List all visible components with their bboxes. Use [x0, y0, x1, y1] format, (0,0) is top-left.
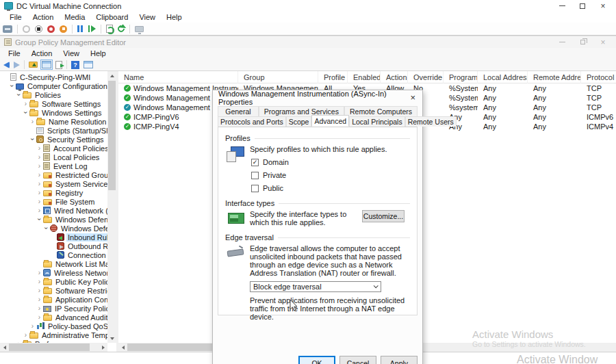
- collapsed-chevron-icon[interactable]: ›: [36, 171, 43, 179]
- cancel-button[interactable]: Cancel: [339, 356, 376, 364]
- collapsed-chevron-icon[interactable]: ›: [29, 322, 36, 330]
- tree-item-restricted-groups[interactable]: ›Restricted Groups: [0, 170, 107, 179]
- tree-item-file-system[interactable]: ›File System: [0, 197, 107, 206]
- tree-item-windows-defender[interactable]: ›Windows Defender: [0, 215, 107, 224]
- resume-icon[interactable]: [88, 25, 96, 32]
- tree-item-policies[interactable]: ›Policies: [0, 90, 107, 99]
- collapsed-chevron-icon[interactable]: ›: [36, 296, 43, 303]
- tab-local-principals[interactable]: Local Principals: [349, 116, 405, 127]
- apply-button[interactable]: Apply: [381, 356, 418, 364]
- column-header-enabled[interactable]: Enabled: [348, 71, 381, 83]
- collapsed-chevron-icon[interactable]: ›: [36, 180, 43, 187]
- enhanced-session-icon[interactable]: [135, 26, 144, 32]
- expanded-chevron-icon[interactable]: ›: [15, 91, 23, 99]
- vm-menu-view[interactable]: View: [133, 13, 161, 21]
- tab-remote-computers[interactable]: Remote Computers: [344, 106, 418, 116]
- close-button[interactable]: ×: [593, 37, 613, 48]
- column-header-group[interactable]: Group: [238, 71, 318, 83]
- tree-horizontal-scrollbar[interactable]: [0, 343, 107, 352]
- collapsed-chevron-icon[interactable]: ›: [36, 304, 43, 312]
- column-header-action[interactable]: Action: [381, 71, 408, 83]
- expanded-chevron-icon[interactable]: ›: [36, 216, 43, 223]
- revert-icon[interactable]: [116, 24, 126, 34]
- restore-button[interactable]: [572, 37, 593, 48]
- show-console-tree-icon[interactable]: [42, 61, 51, 68]
- tab-protocols-and-ports[interactable]: Protocols and Ports: [218, 116, 286, 127]
- expanded-chevron-icon[interactable]: ›: [29, 135, 36, 143]
- vm-menu-media[interactable]: Media: [59, 13, 90, 21]
- tree-item-wired-network-iee[interactable]: ›Wired Network (IEE: [0, 206, 107, 215]
- close-icon[interactable]: ×: [409, 93, 417, 102]
- checkbox-checked-icon[interactable]: ✓: [251, 159, 259, 166]
- tree-item-administrative-templates[interactable]: ›Administrative Templates:: [0, 330, 107, 339]
- column-header-local-address[interactable]: Local Address: [478, 71, 528, 83]
- tree-item-event-log[interactable]: ›Event Log: [0, 161, 107, 170]
- collapsed-chevron-icon[interactable]: ›: [36, 207, 43, 214]
- checkbox-unchecked-icon[interactable]: [251, 185, 259, 192]
- tree-item-public-key-policies[interactable]: ›Public Key Policies: [0, 277, 107, 286]
- gpme-menu-help[interactable]: Help: [85, 49, 112, 57]
- collapsed-chevron-icon[interactable]: ›: [36, 278, 43, 285]
- shut-down-icon[interactable]: [47, 25, 55, 33]
- collapsed-chevron-icon[interactable]: ›: [36, 153, 43, 161]
- tree-item-system-services[interactable]: ›System Services: [0, 179, 107, 188]
- vm-menu-file[interactable]: File: [4, 13, 27, 21]
- tree-item-software-settings[interactable]: ›Software Settings: [0, 99, 107, 108]
- collapsed-chevron-icon[interactable]: ›: [36, 189, 43, 196]
- column-header-program[interactable]: Program: [444, 71, 478, 83]
- column-header-profile[interactable]: Profile: [318, 71, 348, 83]
- tree-hscroll-thumb[interactable]: [9, 343, 90, 351]
- expanded-chevron-icon[interactable]: ›: [8, 82, 16, 90]
- scroll-left-icon[interactable]: [118, 343, 127, 352]
- tree-item-network-list-mana[interactable]: Network List Mana: [0, 259, 107, 268]
- collapsed-chevron-icon[interactable]: ›: [29, 118, 36, 125]
- tree-item-c-security-ping-wmi[interactable]: C-Security-Ping-WMI: [0, 73, 107, 81]
- tree-vscroll-thumb[interactable]: [108, 81, 116, 190]
- edge-traversal-dropdown[interactable]: Block edge traversal: [250, 281, 381, 292]
- tree-item-application-contro[interactable]: ›Application Contro: [0, 295, 107, 304]
- vm-menu-clipboard[interactable]: Clipboard: [90, 13, 133, 21]
- gpme-menu-view[interactable]: View: [57, 49, 85, 57]
- vm-menu-help[interactable]: Help: [161, 13, 188, 21]
- tree-item-connection[interactable]: Connection: [0, 250, 107, 259]
- tree-item-security-settings[interactable]: ›Security Settings: [0, 135, 107, 144]
- scroll-up-icon[interactable]: [107, 71, 116, 80]
- checkpoint-icon[interactable]: [106, 25, 113, 33]
- pause-icon[interactable]: [77, 25, 84, 32]
- collapsed-chevron-icon[interactable]: ›: [36, 198, 43, 205]
- collapsed-chevron-icon[interactable]: ›: [22, 100, 29, 107]
- tree-item-inbound-rul[interactable]: Inbound Rul: [0, 233, 107, 242]
- collapsed-chevron-icon[interactable]: ›: [22, 331, 29, 339]
- checkbox-unchecked-icon[interactable]: [251, 172, 259, 179]
- customize-button[interactable]: Customize...: [362, 210, 405, 222]
- tree-item-windows-settings[interactable]: ›Windows Settings: [0, 108, 107, 117]
- show-action-pane-icon[interactable]: [84, 61, 93, 68]
- tree-item-software-restriction[interactable]: ›Software Restriction: [0, 286, 107, 295]
- tree-vertical-scrollbar[interactable]: [107, 71, 116, 343]
- collapsed-chevron-icon[interactable]: ›: [36, 313, 43, 321]
- export-list-icon[interactable]: [55, 61, 62, 69]
- up-one-level-icon[interactable]: [29, 62, 38, 68]
- minimize-button[interactable]: [552, 37, 572, 48]
- close-button[interactable]: ×: [593, 1, 613, 12]
- ctrl-alt-del-icon[interactable]: [3, 25, 12, 33]
- column-header-override[interactable]: Override: [408, 71, 444, 83]
- tree-item-outbound-r[interactable]: Outbound R: [0, 242, 107, 250]
- collapsed-chevron-icon[interactable]: ›: [36, 287, 43, 294]
- collapsed-chevron-icon[interactable]: ›: [36, 269, 43, 276]
- vm-menu-action[interactable]: Action: [27, 13, 60, 21]
- maximize-button[interactable]: [572, 1, 593, 12]
- column-header-name[interactable]: Name: [118, 71, 238, 83]
- list-hscroll-thumb[interactable]: [127, 343, 215, 351]
- scroll-right-icon[interactable]: [613, 343, 616, 352]
- turn-off-icon[interactable]: [35, 25, 42, 33]
- tab-remote-users[interactable]: Remote Users: [405, 116, 457, 127]
- tab-scope[interactable]: Scope: [286, 116, 312, 127]
- tab-general[interactable]: General: [218, 106, 259, 116]
- ok-button[interactable]: OK: [298, 356, 335, 364]
- column-header-remote-address[interactable]: Remote Address: [528, 71, 581, 83]
- tree-item-local-policies[interactable]: ›Local Policies: [0, 153, 107, 161]
- tree-item-windows-defen[interactable]: ›Windows Defen: [0, 224, 107, 233]
- save-icon[interactable]: [60, 25, 67, 33]
- gpme-menu-file[interactable]: File: [3, 49, 26, 57]
